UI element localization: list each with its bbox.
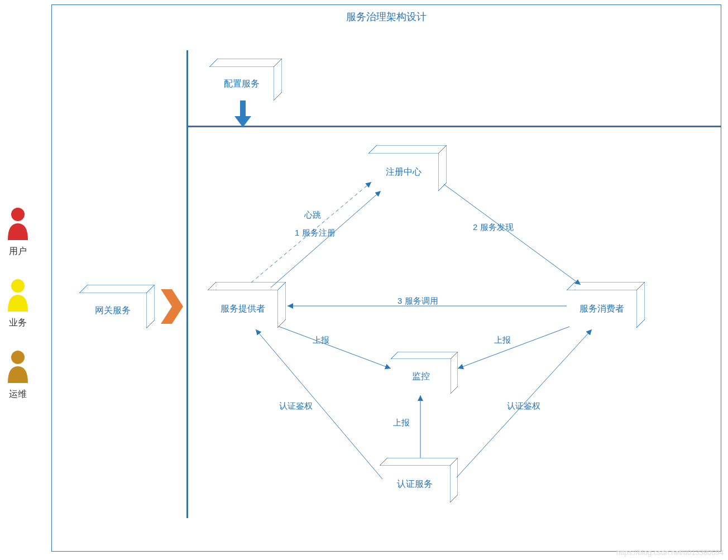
person-icon xyxy=(4,278,31,312)
box-provider: 服务提供者 xyxy=(208,282,286,328)
svg-marker-8 xyxy=(234,116,251,127)
svg-rect-7 xyxy=(240,100,246,117)
box-gateway: 网关服务 xyxy=(79,285,155,328)
box-provider-label: 服务提供者 xyxy=(208,290,277,328)
box-consumer: 服务消费者 xyxy=(567,282,645,328)
label-heartbeat: 心跳 xyxy=(304,210,321,221)
box-auth: 认证服务 xyxy=(380,458,458,502)
box-auth-label: 认证服务 xyxy=(380,466,450,502)
actor-user: 用户 xyxy=(4,207,31,257)
actor-user-label: 用户 xyxy=(4,246,31,257)
chevron-right-icon xyxy=(161,289,183,324)
svg-marker-13 xyxy=(161,289,183,324)
separator-horizontal xyxy=(186,126,721,127)
person-icon xyxy=(4,350,31,383)
label-report1: 上报 xyxy=(313,335,329,346)
box-registry: 注册中心 xyxy=(368,145,447,191)
box-monitor: 监控 xyxy=(391,352,458,394)
svg-point-1 xyxy=(11,279,25,293)
label-report2: 上报 xyxy=(494,335,511,346)
box-monitor-label: 监控 xyxy=(391,359,451,394)
actor-ops: 运维 xyxy=(4,350,31,400)
box-gateway-label: 网关服务 xyxy=(79,293,146,328)
person-icon xyxy=(4,207,31,240)
label-auth1: 认证鉴权 xyxy=(279,401,313,411)
watermark: https://blog.csdn.net/u013380694 xyxy=(616,548,724,557)
arrow-down-icon xyxy=(234,100,251,127)
label-auth2: 认证鉴权 xyxy=(507,401,540,411)
label-register: 1 服务注册 xyxy=(295,228,336,238)
actor-business: 业务 xyxy=(4,278,31,329)
separator-vertical xyxy=(186,50,188,518)
diagram-title: 服务治理架构设计 xyxy=(346,10,427,23)
box-config-label: 配置服务 xyxy=(209,67,274,100)
box-registry-label: 注册中心 xyxy=(368,154,438,191)
label-discover: 2 服务发现 xyxy=(473,222,514,233)
box-config: 配置服务 xyxy=(209,59,282,100)
actor-ops-label: 运维 xyxy=(4,389,31,400)
box-consumer-label: 服务消费者 xyxy=(567,290,636,328)
label-call: 3 服务调用 xyxy=(397,296,438,307)
svg-point-2 xyxy=(11,351,25,364)
label-report3: 上报 xyxy=(393,418,410,428)
actor-business-label: 业务 xyxy=(4,317,31,329)
svg-point-0 xyxy=(11,208,25,221)
